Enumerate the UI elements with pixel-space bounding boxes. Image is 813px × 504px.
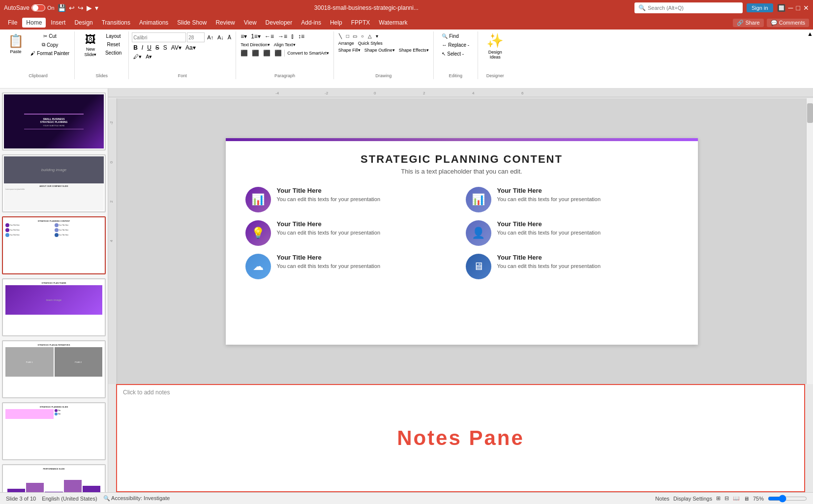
slide-item-desc-5[interactable]: You can edit this texts for your present… bbox=[277, 263, 458, 270]
slide-item-desc-3[interactable]: You can edit this texts for your present… bbox=[277, 229, 458, 237]
slide-item-title-2[interactable]: Your Title Here bbox=[497, 187, 678, 194]
slide-thumb-6[interactable]: STRATEGIC PLANNING SLIDE Title Title bbox=[2, 402, 106, 460]
arrange-button[interactable]: Arrange bbox=[337, 40, 356, 46]
present-icon[interactable]: ▶ bbox=[87, 4, 92, 12]
menu-animations[interactable]: Animations bbox=[135, 18, 172, 28]
redo-icon[interactable]: ↪ bbox=[78, 4, 84, 12]
shape-effects-button[interactable]: Shape Effects▾ bbox=[397, 47, 430, 53]
minimize-icon[interactable]: ─ bbox=[788, 4, 793, 12]
case-button[interactable]: Aa▾ bbox=[184, 44, 197, 52]
save-icon[interactable]: 💾 bbox=[58, 4, 66, 12]
shape-rounded[interactable]: ▭ bbox=[352, 32, 359, 39]
decrease-indent-button[interactable]: ←≡ bbox=[263, 32, 275, 40]
align-right-button[interactable]: ⬛ bbox=[262, 49, 272, 57]
paste-button[interactable]: 📋 Paste bbox=[5, 32, 27, 55]
replace-button[interactable]: ↔ Replace - bbox=[440, 41, 471, 49]
quick-styles-button[interactable]: Quick Styles bbox=[357, 40, 384, 46]
menu-file[interactable]: File bbox=[4, 18, 21, 28]
italic-button[interactable]: I bbox=[140, 44, 145, 52]
slide-subtitle[interactable]: This is a text placeholder that you can … bbox=[226, 168, 698, 183]
menu-fpptx[interactable]: FPPTX bbox=[347, 18, 374, 28]
vertical-scrollbar[interactable] bbox=[806, 98, 813, 384]
font-color-button[interactable]: A▾ bbox=[144, 53, 153, 60]
restore-icon[interactable]: □ bbox=[796, 4, 800, 12]
align-center-button[interactable]: ⬛ bbox=[250, 49, 261, 57]
menu-slideshow[interactable]: Slide Show bbox=[173, 18, 211, 28]
shape-more[interactable]: ▾ bbox=[374, 32, 381, 39]
slide-thumb-1[interactable]: SMALL BUSINESSSTRATEGIC PLANNING YOUR SU… bbox=[2, 92, 106, 150]
increase-indent-button[interactable]: →≡ bbox=[276, 32, 289, 40]
notes-toggle[interactable]: Notes bbox=[655, 496, 669, 502]
slide-item-desc-4[interactable]: You can edit this texts for your present… bbox=[497, 229, 678, 237]
autosave-toggle[interactable] bbox=[31, 4, 45, 11]
new-slide-button[interactable]: 🖼 New Slide▾ bbox=[80, 32, 101, 58]
slide-item-title-4[interactable]: Your Title Here bbox=[497, 220, 678, 228]
zoom-slider[interactable] bbox=[768, 495, 807, 502]
line-spacing-button[interactable]: ↕≡ bbox=[297, 32, 306, 40]
customize-icon[interactable]: ▾ bbox=[95, 4, 98, 12]
font-size-input[interactable] bbox=[187, 32, 205, 42]
slide-thumb-2[interactable]: building image ABOUT OUR COMPANY SLIDE L… bbox=[2, 154, 106, 212]
slide-item-title-5[interactable]: Your Title Here bbox=[277, 254, 458, 261]
cut-button[interactable]: ✂ Cut bbox=[29, 32, 71, 40]
menu-home[interactable]: Home bbox=[22, 18, 46, 28]
strikethrough-button[interactable]: S bbox=[154, 44, 161, 52]
search-input[interactable] bbox=[648, 5, 731, 11]
shape-outline-button[interactable]: Shape Outline▾ bbox=[363, 47, 396, 53]
comments-button[interactable]: 💬 Comments bbox=[767, 19, 809, 27]
slide-item-desc-2[interactable]: You can edit this texts for your present… bbox=[497, 196, 678, 203]
view-slide-sorter[interactable]: ⊟ bbox=[724, 495, 729, 502]
menu-addins[interactable]: Add-ins bbox=[297, 18, 325, 28]
slide-item-desc-6[interactable]: You can edit this texts for your present… bbox=[497, 263, 678, 270]
numbering-button[interactable]: 1≡▾ bbox=[249, 32, 262, 40]
align-text-button[interactable]: Align Text▾ bbox=[272, 42, 297, 48]
highlight-button[interactable]: 🖊▾ bbox=[132, 53, 143, 60]
find-button[interactable]: 🔍 Find bbox=[440, 32, 460, 40]
share-button[interactable]: 🔗 Share bbox=[733, 19, 763, 27]
format-painter-button[interactable]: 🖌 Format Painter bbox=[29, 50, 71, 57]
undo-icon[interactable]: ↩ bbox=[69, 4, 75, 12]
slide-item-desc-1[interactable]: You can edit this texts for your present… bbox=[277, 196, 458, 203]
text-direction-button[interactable]: Text Direction▾ bbox=[239, 42, 271, 48]
accessibility-info[interactable]: 🔍 Accessibility: Investigate bbox=[103, 495, 170, 502]
shape-line[interactable]: ╲ bbox=[337, 32, 344, 39]
increase-font-button[interactable]: A↑ bbox=[206, 34, 215, 41]
shadow-button[interactable]: S bbox=[162, 44, 169, 52]
display-settings[interactable]: Display Settings bbox=[673, 496, 712, 502]
slide-item-title-3[interactable]: Your Title Here bbox=[277, 220, 458, 228]
slide-thumb-4[interactable]: STRATEGIC PLAN TEAMS team image bbox=[2, 278, 106, 336]
char-spacing-button[interactable]: AV▾ bbox=[170, 44, 183, 52]
menu-help[interactable]: Help bbox=[326, 18, 346, 28]
align-left-button[interactable]: ⬛ bbox=[239, 49, 249, 57]
columns-button[interactable]: ⫿ bbox=[290, 32, 296, 40]
copy-button[interactable]: ⧉ Copy bbox=[29, 41, 71, 49]
shape-rect[interactable]: □ bbox=[344, 32, 351, 39]
section-button[interactable]: Section bbox=[103, 49, 123, 57]
slide-title[interactable]: STRATEGIC PLANNING CONTENT bbox=[226, 141, 698, 168]
ribbon-collapse-icon[interactable]: 🔲 bbox=[777, 4, 785, 12]
notes-pane[interactable]: Click to add notes Notes Pane bbox=[116, 384, 805, 492]
menu-view[interactable]: View bbox=[240, 18, 261, 28]
slide-thumb-5[interactable]: STRATEGIC PLAN ALTERNATIVES PLAN 1 PLAN … bbox=[2, 340, 106, 398]
menu-transitions[interactable]: Transitions bbox=[98, 18, 134, 28]
bullets-button[interactable]: ≡▾ bbox=[239, 32, 248, 40]
slide-thumb-3[interactable]: STRATEGIC PLANNING CONTENT Your Title He… bbox=[2, 216, 106, 274]
bold-button[interactable]: B bbox=[132, 44, 139, 52]
reset-button[interactable]: Reset bbox=[103, 41, 123, 48]
slide-canvas[interactable]: STRATEGIC PLANNING CONTENT This is a tex… bbox=[226, 138, 698, 345]
search-bar[interactable]: 🔍 bbox=[634, 2, 743, 13]
view-presenter[interactable]: 🖥 bbox=[744, 496, 749, 502]
sign-in-button[interactable]: Sign in bbox=[747, 3, 773, 12]
view-reading[interactable]: 📖 bbox=[733, 495, 740, 502]
slide-thumb-7[interactable]: PERFORMANCE SLIDE bbox=[2, 464, 106, 492]
collapse-ribbon-button[interactable]: ▲ bbox=[807, 30, 813, 37]
shape-oval[interactable]: ○ bbox=[359, 32, 366, 39]
font-family-input[interactable] bbox=[132, 32, 186, 42]
notes-placeholder[interactable]: Click to add notes bbox=[123, 389, 170, 396]
close-icon[interactable]: ✕ bbox=[803, 4, 809, 12]
decrease-font-button[interactable]: A↓ bbox=[216, 34, 225, 41]
menu-watermark[interactable]: Watermark bbox=[375, 18, 411, 28]
underline-button[interactable]: U bbox=[146, 44, 153, 52]
layout-button[interactable]: Layout bbox=[103, 32, 123, 40]
menu-design[interactable]: Design bbox=[70, 18, 96, 28]
